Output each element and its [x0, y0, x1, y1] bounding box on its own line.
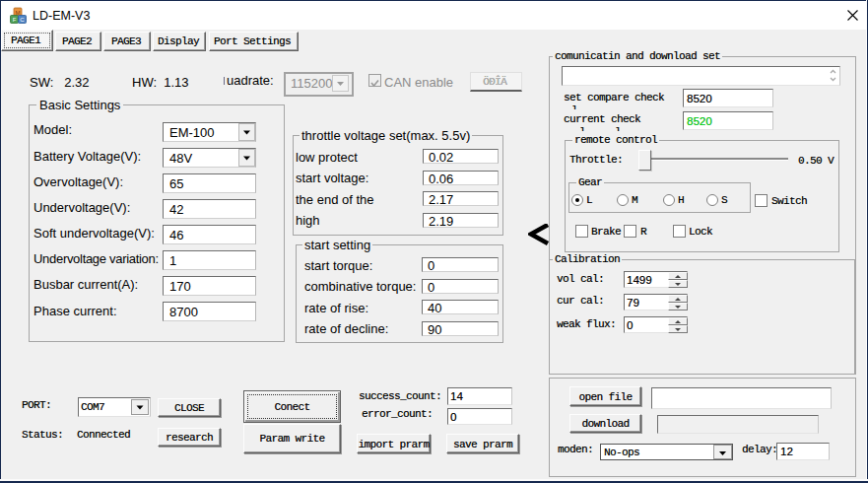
svg-text:F: F [13, 17, 17, 23]
svg-text:M: M [16, 10, 21, 16]
svg-text:C: C [20, 17, 25, 23]
